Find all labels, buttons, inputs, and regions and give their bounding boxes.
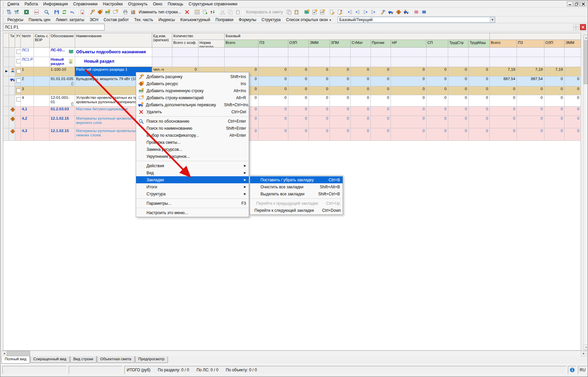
panel-button-limit-costs[interactable]: Лимит. затраты (53, 17, 87, 23)
col-header-basis[interactable]: Обоснование (50, 33, 75, 48)
menubar-item-1[interactable]: Работа (22, 1, 41, 7)
cell-basis[interactable]: 01.2.03.03 (50, 107, 75, 116)
tab-short-view[interactable]: Сокращенный вид (30, 356, 70, 363)
indent-increase-all-button[interactable] (354, 8, 361, 16)
cell-type[interactable] (9, 107, 15, 116)
cell-marker[interactable] (3, 107, 9, 116)
context-menu-item-3[interactable]: Добавить строку-комментарийAlt+R (136, 94, 249, 101)
col-header-appr[interactable]: Ут (15, 33, 21, 48)
cell-g5[interactable]: 0 (351, 116, 371, 128)
cell-g2[interactable]: 0 (288, 107, 309, 116)
cell-qty[interactable] (172, 57, 198, 67)
cell-g2[interactable]: 0 (288, 86, 309, 95)
context-menu-item-20[interactable]: Параметры...F3 (136, 200, 249, 207)
cell-type[interactable] (9, 86, 15, 95)
col-header-c2[interactable]: ОЗП (544, 40, 565, 48)
cell-g2[interactable]: 0 (288, 67, 309, 76)
panel-button-formulas[interactable]: Формулы (236, 17, 259, 23)
spinner-up-icon[interactable]: ▲ (573, 24, 579, 27)
cell-g9[interactable] (448, 57, 469, 67)
cell-g1[interactable]: 0 (258, 128, 288, 141)
tab-object-estimate[interactable]: Объектная смета (97, 356, 135, 363)
cell-g10[interactable]: 0 (469, 128, 490, 141)
rates-catalog-button[interactable] (379, 8, 387, 16)
cell-c2[interactable]: 0 (544, 128, 565, 141)
horizontal-scrollbar[interactable]: ◀ ▶ (1, 351, 587, 356)
cell-g6[interactable]: 0 (371, 76, 391, 86)
vertical-scrollbar[interactable]: ▲ ▼ (583, 35, 588, 350)
cell-type[interactable] (9, 95, 15, 107)
cell-g9[interactable]: 0 (448, 86, 469, 95)
cell-type[interactable] (9, 57, 15, 67)
cell-c0[interactable] (490, 48, 517, 57)
cell-g10[interactable]: 0 (469, 95, 490, 107)
cell-c1[interactable] (517, 48, 544, 57)
cell-g6[interactable]: 0 (371, 86, 391, 95)
menubar-item-0[interactable]: Смета (5, 1, 22, 7)
cell-g7[interactable]: 0 (391, 128, 426, 141)
col-header-g0[interactable]: Всего (225, 40, 258, 48)
tab-full-view[interactable]: Полный вид (1, 356, 30, 364)
print-button[interactable] (121, 8, 129, 16)
cell-g9[interactable]: 0 (448, 76, 469, 86)
cell-c0[interactable] (490, 57, 517, 67)
cell-num[interactable]: 4,1 (21, 107, 34, 116)
tab-row-view[interactable]: Вид строки (70, 356, 97, 363)
cell-norm[interactable] (198, 48, 225, 57)
cell-marker[interactable] (3, 116, 9, 128)
cell-c2[interactable]: 0 (544, 86, 565, 95)
cell-type[interactable] (9, 128, 15, 141)
copy-to-estimate-button[interactable]: Копировать в смету (244, 10, 285, 14)
cell-g8[interactable]: 0 (426, 107, 448, 116)
panel-button-conjunctural[interactable]: Конъюнктурный (178, 17, 213, 23)
cell-g6[interactable]: 0 (371, 116, 391, 128)
cell-g4[interactable]: 0 (330, 128, 351, 141)
cell-type[interactable] (9, 76, 15, 86)
normative-base-blue-button[interactable] (420, 8, 428, 16)
cell-num[interactable]: 4,3 (21, 128, 34, 141)
cell-vor[interactable] (34, 128, 50, 141)
cell-appr[interactable] (15, 95, 21, 107)
cell-c0[interactable]: 0 (490, 116, 517, 128)
cell-g3[interactable]: 0 (309, 128, 330, 141)
cell-g4[interactable] (330, 57, 351, 67)
cell-c1[interactable]: 887,54 (517, 76, 544, 86)
cell-c3[interactable]: 0 (565, 128, 581, 141)
bookmarks-submenu-item-0[interactable]: Поставить / убрать закладкуCtrl+B (250, 176, 343, 183)
cell-c2[interactable] (544, 57, 565, 67)
cell-g7[interactable]: 0 (391, 107, 426, 116)
cell-c1[interactable]: 0 (517, 116, 544, 128)
cell-c3[interactable]: 0 (565, 107, 581, 116)
cell-g10[interactable]: 0 (469, 76, 490, 86)
export-pdf-button[interactable]: PDF (33, 8, 40, 16)
cell-g1[interactable] (258, 57, 288, 67)
col-header-g4[interactable]: ЗПМ (330, 40, 351, 48)
cell-g10[interactable]: 0 (469, 86, 490, 95)
col-header-name[interactable]: Наименование (75, 33, 152, 48)
cell-g3[interactable]: 0 (309, 76, 330, 86)
panel-button-price-panel[interactable]: Панель цен (26, 17, 53, 23)
language-indicator[interactable]: RU (578, 366, 587, 374)
cell-basis[interactable]: 91.01.01-035 (50, 76, 75, 86)
approve-checkbox[interactable] (16, 78, 21, 83)
cell-c3[interactable] (565, 67, 581, 76)
indent-decrease-all-button[interactable] (369, 8, 377, 16)
context-menu-item-17[interactable]: Итоги▶ (136, 183, 249, 190)
add-page-button[interactable] (201, 8, 209, 16)
cell-g10[interactable]: 0 (469, 67, 490, 76)
context-menu-item-15[interactable]: Вид▶ (136, 169, 249, 176)
cell-c0[interactable]: 0 (490, 95, 517, 107)
edit-row-remove-button[interactable] (336, 8, 344, 16)
cell-appr[interactable] (15, 48, 21, 57)
context-menu-item-7[interactable]: Поиск по обоснованиюCtrl+Enter (136, 118, 249, 125)
cell-vor[interactable] (34, 86, 50, 95)
cell-g2[interactable] (288, 48, 309, 57)
cell-g1[interactable] (258, 48, 288, 57)
cell-g6[interactable] (371, 48, 391, 57)
cell-vor[interactable] (34, 76, 50, 86)
bookmarks-submenu-item-1[interactable]: Очистить все закладкиShift+Alt+B (250, 183, 343, 190)
cell-g3[interactable]: 0 (309, 86, 330, 95)
menubar-item-2[interactable]: Информация (41, 1, 70, 7)
scroll-up-icon[interactable]: ▲ (584, 35, 588, 40)
prices-pr-button[interactable]: ПР (318, 8, 326, 16)
